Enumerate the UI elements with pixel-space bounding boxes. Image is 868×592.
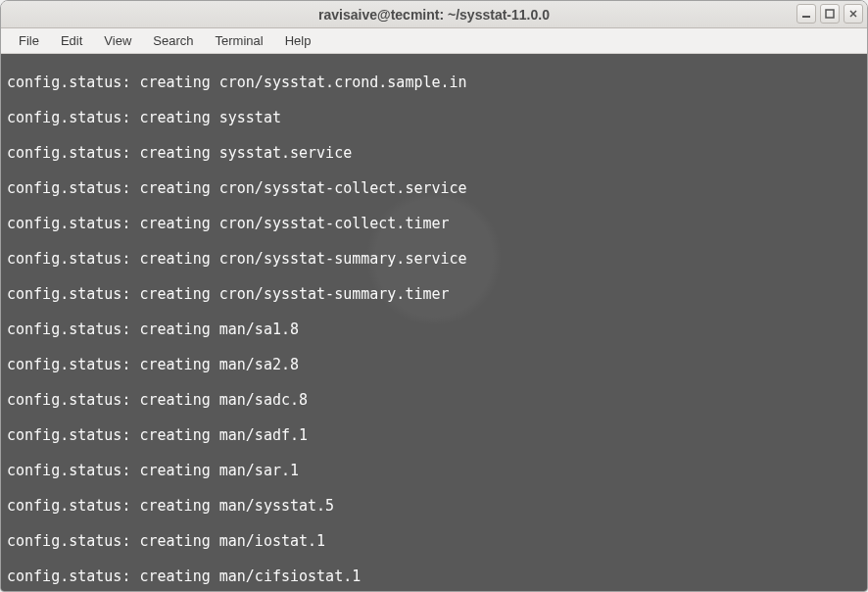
- config-output-line: config.status: creating man/sa2.8: [7, 356, 861, 373]
- config-output-line: config.status: creating man/sadf.1: [7, 426, 861, 444]
- menu-view[interactable]: View: [94, 30, 141, 51]
- config-output-line: config.status: creating man/sar.1: [7, 462, 861, 479]
- close-icon: [848, 9, 858, 19]
- maximize-icon: [825, 9, 835, 19]
- config-output-line: config.status: creating man/sadc.8: [7, 391, 861, 409]
- terminal-window: ravisaive@tecmint: ~/sysstat-11.0.0 File…: [0, 0, 868, 592]
- config-output-line: config.status: creating cron/sysstat-sum…: [7, 285, 861, 303]
- config-output-line: config.status: creating cron/sysstat-col…: [7, 179, 861, 197]
- close-button[interactable]: [844, 4, 863, 24]
- window-controls: [796, 4, 863, 24]
- menu-search[interactable]: Search: [143, 30, 203, 51]
- svg-rect-1: [826, 10, 834, 18]
- terminal-viewport[interactable]: config.status: creating cron/sysstat.cro…: [1, 54, 867, 591]
- config-output-line: config.status: creating man/cifsiostat.1: [7, 567, 861, 585]
- menubar: File Edit View Search Terminal Help: [1, 28, 867, 54]
- maximize-button[interactable]: [820, 4, 840, 24]
- menu-help[interactable]: Help: [275, 30, 321, 51]
- svg-rect-0: [802, 16, 810, 18]
- menu-file[interactable]: File: [9, 30, 49, 51]
- config-output-line: config.status: creating man/iostat.1: [7, 532, 861, 550]
- config-output-line: config.status: creating cron/sysstat-sum…: [7, 250, 861, 268]
- config-output-line: config.status: creating man/sa1.8: [7, 321, 861, 338]
- menu-terminal[interactable]: Terminal: [206, 30, 273, 51]
- config-output-line: config.status: creating sysstat.service: [7, 144, 861, 162]
- minimize-icon: [801, 9, 811, 19]
- window-title: ravisaive@tecmint: ~/sysstat-11.0.0: [1, 7, 867, 23]
- minimize-button[interactable]: [796, 4, 816, 24]
- config-output-line: config.status: creating cron/sysstat-col…: [7, 215, 861, 232]
- config-output-line: config.status: creating cron/sysstat.cro…: [7, 74, 861, 91]
- config-output-line: config.status: creating man/sysstat.5: [7, 497, 861, 515]
- menu-edit[interactable]: Edit: [51, 30, 92, 51]
- titlebar: ravisaive@tecmint: ~/sysstat-11.0.0: [1, 1, 867, 28]
- config-output-line: config.status: creating sysstat: [7, 109, 861, 126]
